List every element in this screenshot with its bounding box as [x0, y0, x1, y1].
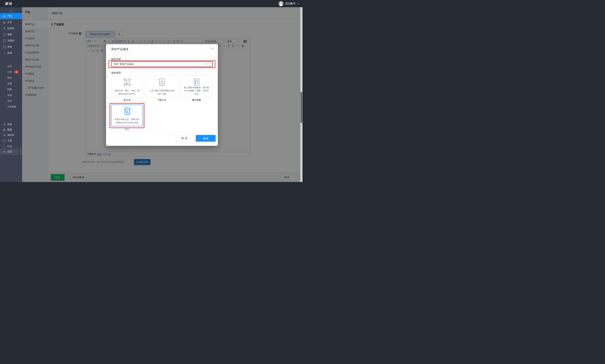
sidebar-item-faq[interactable]: ☺ FAQ	[0, 143, 22, 149]
subitem-label: 促销	[7, 94, 12, 97]
type-label-attributes: 属性参数	[180, 98, 212, 102]
products-grid-icon: ⊞	[3, 15, 6, 18]
sidebar-item-gallery[interactable]: ▧ 图册	[0, 127, 22, 133]
video-play-icon: ▸	[3, 33, 6, 36]
subitem-label: 谷歌购物	[7, 105, 16, 108]
download-box-icon: ↓	[3, 140, 6, 142]
close-icon[interactable]: ✕	[211, 47, 214, 51]
sidebar-item-label: 资料库	[7, 133, 14, 137]
account-menu[interactable]: 演示账号 ▼	[278, 0, 299, 7]
article-doc-icon: ▤	[3, 21, 6, 24]
modal-ok-button[interactable]: 确 定	[196, 135, 216, 142]
char-counter: 10/50	[204, 63, 209, 65]
subitem-label: 税费	[7, 88, 12, 91]
app-logo: 领动	[4, 1, 13, 6]
orders-count-badge: 4	[14, 71, 19, 73]
type-card-download[interactable]: 上传下载文件提供网站访客进行下载	[146, 76, 178, 97]
subitem-label: 收款	[7, 76, 12, 79]
sidebar-item-shortlinks[interactable]: ⁂ 短链接	[0, 25, 22, 31]
sidebar-item-library[interactable]: ☰ 资料库	[0, 132, 22, 138]
gear-icon: ⚙	[3, 151, 6, 153]
sidebar-item-mall[interactable]: ⌂ 商城 ▲	[0, 50, 22, 56]
keyword-k-icon: K	[3, 39, 6, 42]
attribute-list-icon	[193, 78, 201, 86]
modal-header-divider	[106, 54, 218, 54]
description-name-label: 描述名称:	[111, 58, 122, 61]
sidebar-item-label: 询盘	[7, 123, 12, 126]
sidebar-item-label: 下载	[7, 139, 12, 142]
sidebar-item-label: 短链接	[7, 27, 14, 30]
scrollbar-thumb[interactable]	[300, 92, 302, 123]
sidebar-item-videos[interactable]: ▸ 视频	[0, 31, 22, 38]
richtext-frame-icon	[123, 78, 131, 86]
sidebar-item-settings[interactable]: ⚙ 设置	[0, 149, 22, 155]
type-card-desc: 输入属性名和数值，用于展示产品规格、参数、包装等信息	[181, 86, 212, 96]
sidebar-subitem-reviews[interactable]: 评价	[0, 98, 22, 104]
modal-footer-divider	[106, 132, 218, 133]
topbar: 领动 演示账号 ▼	[0, 0, 303, 7]
svg-text:★★★: ★★★	[125, 109, 130, 111]
sidebar-subitem-tax[interactable]: 税费	[0, 87, 22, 92]
type-label-download: 下载文件	[146, 98, 178, 102]
download-file-icon	[158, 78, 166, 86]
inquiry-envelope-icon: ✉	[3, 123, 6, 126]
sidebar-subitem-members[interactable]: 会员	[0, 63, 22, 69]
type-card-review[interactable]: ★★★ 可展示评价信息，同时支持访客自主对产品进行评价	[111, 104, 143, 126]
subitem-label: 订单	[7, 71, 12, 74]
avatar	[278, 1, 283, 6]
sidebar-item-products[interactable]: ⊞ 产品	[0, 13, 22, 19]
gallery-image-icon: ▧	[3, 129, 6, 131]
shortlink-nodes-icon: ⁂	[3, 27, 6, 30]
mall-bag-icon: ⌂	[3, 52, 6, 54]
sidebar-item-label: 文章	[7, 21, 12, 24]
type-card-desc: 添加文本、图片、表格、视频等内容介绍产品	[111, 89, 143, 96]
sidebar-subitem-promotions[interactable]: 促销	[0, 92, 22, 98]
type-card-desc: 上传下载文件提供网站访客进行下载	[146, 89, 178, 96]
sidebar-item-articles[interactable]: ▤ 文章	[0, 19, 22, 25]
chevron-up-icon[interactable]: ▲	[18, 52, 20, 54]
type-card-richtext[interactable]: 添加文本、图片、表格、视频等内容介绍产品	[111, 76, 143, 97]
sidebar-subitem-orders[interactable]: 订单 4	[0, 69, 22, 75]
type-label-richtext: 富文本	[111, 98, 143, 102]
sidebar-item-label: 关键词	[7, 39, 14, 42]
form-clipboard-icon: ≡	[3, 46, 6, 48]
sidebar-item-inquiries[interactable]: ✉ 询盘	[0, 121, 22, 127]
sidebar-item-label: 设置	[7, 150, 12, 153]
sidebar-subitem-shipping[interactable]: 运费	[0, 81, 22, 87]
subitem-label: 评价	[7, 100, 12, 103]
sidebar-item-label: 产品	[7, 14, 12, 18]
primary-sidebar: ||| ⊞ 产品 ▤ 文章 ⁂ 短链接 ▸ 视频 K 关键词 ≡ 表单 ⌂ 商城…	[0, 7, 22, 182]
sidebar-item-keywords[interactable]: K 关键词	[0, 38, 22, 44]
sidebar-item-label: 商城	[7, 51, 12, 55]
sidebar-item-label: 视频	[7, 33, 12, 36]
sidebar-item-forms[interactable]: ≡ 表单	[0, 44, 22, 50]
select-type-label: 选择类型:	[111, 71, 122, 75]
sidebar-subitem-payments[interactable]: 收款	[0, 75, 22, 81]
subitem-label: 运费	[7, 82, 12, 85]
description-name-input[interactable]	[111, 62, 213, 67]
type-label-review: 评价	[111, 128, 143, 131]
modal-title: 添加产品描述	[111, 47, 129, 51]
sidebar-collapse-icon[interactable]: |||	[0, 9, 22, 13]
sidebar-subitem-google-shopping[interactable]: 谷歌购物	[0, 104, 22, 110]
library-stack-icon: ☰	[3, 134, 6, 137]
sidebar-item-label: 图册	[7, 128, 12, 131]
subitem-label: 会员	[7, 65, 12, 68]
sidebar-item-downloads[interactable]: ↓ 下载	[0, 138, 22, 144]
type-card-desc: 可展示评价信息，同时支持访客自主对产品进行评价	[111, 118, 142, 124]
chevron-down-icon[interactable]: ▼	[297, 3, 299, 4]
modal-cancel-button[interactable]: 取 消	[174, 135, 194, 142]
sidebar-item-label: 表单	[7, 45, 12, 49]
type-card-attributes[interactable]: 输入属性名和数值，用于展示产品规格、参数、包装等信息	[180, 76, 212, 97]
add-description-modal: 添加产品描述 ✕ 描述名称: 10/50 选择类型: 添加文本、图片、表格、视频…	[106, 44, 218, 146]
review-stars-icon: ★★★	[123, 107, 131, 116]
sidebar-item-label: FAQ	[7, 145, 12, 148]
faq-bubble-icon: ☺	[3, 145, 6, 148]
account-name: 演示账号	[285, 2, 296, 5]
